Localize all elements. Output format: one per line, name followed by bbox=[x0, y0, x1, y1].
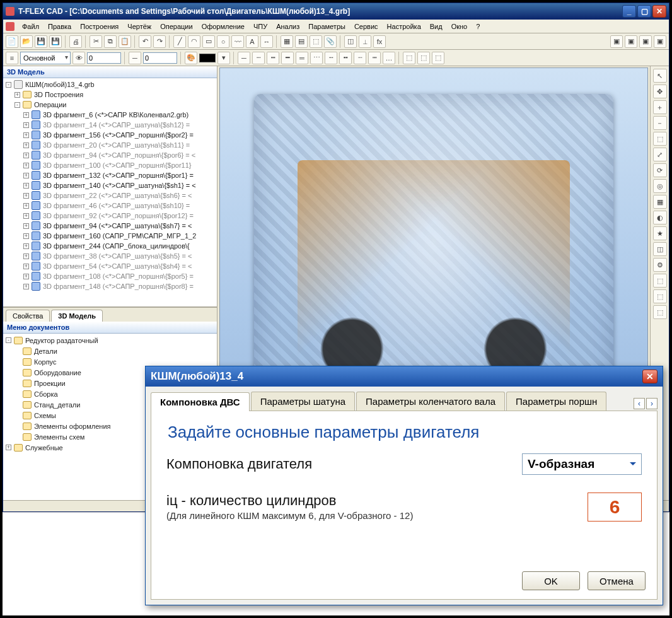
menu-анализ[interactable]: Анализ bbox=[272, 21, 303, 32]
tree-node[interactable]: +3D фрагмент_38 (<*>САПР_шатуна\{$sh5} =… bbox=[6, 251, 214, 261]
menu-чпу[interactable]: ЧПУ bbox=[250, 21, 271, 32]
menu-параметры[interactable]: Параметры bbox=[304, 21, 349, 32]
collapse-icon[interactable]: - bbox=[6, 82, 11, 88]
new-icon[interactable]: 📄 bbox=[6, 35, 18, 48]
text-icon[interactable]: A bbox=[246, 35, 258, 48]
view2-icon[interactable]: ▣ bbox=[625, 35, 637, 48]
zoom-window-icon[interactable]: ⬚ bbox=[653, 132, 667, 146]
expand-icon[interactable]: + bbox=[23, 243, 29, 249]
expand-icon[interactable]: + bbox=[23, 213, 29, 219]
lt9-icon[interactable]: ┈ bbox=[354, 52, 366, 64]
arc-icon[interactable]: ◠ bbox=[188, 35, 200, 48]
menu-оформление[interactable]: Оформление bbox=[198, 21, 248, 32]
save-icon[interactable]: 💾 bbox=[35, 35, 47, 48]
layer-btn-icon[interactable]: ≡ bbox=[6, 52, 18, 64]
tree-node[interactable]: -КШМ(любой)13_4.grb bbox=[6, 79, 214, 90]
expand-icon[interactable]: + bbox=[23, 143, 29, 148]
opt4-icon[interactable]: ⬚ bbox=[653, 305, 667, 319]
ok-button[interactable]: OK bbox=[522, 571, 580, 590]
attach-icon[interactable]: 📎 bbox=[324, 35, 337, 48]
expand-icon[interactable]: + bbox=[23, 284, 29, 289]
spline-icon[interactable]: 〰 bbox=[231, 35, 244, 48]
visibility-icon[interactable]: 👁 bbox=[72, 52, 85, 64]
view3-icon[interactable]: ▣ bbox=[639, 35, 652, 48]
opt2-icon[interactable]: ⬚ bbox=[653, 274, 667, 288]
collapse-icon[interactable]: - bbox=[14, 102, 20, 108]
cylinders-input[interactable]: 6 bbox=[588, 493, 642, 522]
lt4-icon[interactable]: ━ bbox=[281, 52, 294, 64]
close-button[interactable]: ✕ bbox=[652, 5, 666, 18]
circle-icon[interactable]: ○ bbox=[217, 35, 229, 48]
menu-вид[interactable]: Вид bbox=[426, 21, 446, 32]
colorpick-icon[interactable]: 🎨 bbox=[185, 52, 197, 64]
expand-icon[interactable]: + bbox=[23, 193, 29, 199]
cut-icon[interactable]: ✂ bbox=[90, 35, 102, 48]
shading-icon[interactable]: ◐ bbox=[653, 211, 667, 224]
expand-icon[interactable]: + bbox=[23, 183, 29, 189]
dropdown-icon[interactable]: ▾ bbox=[217, 52, 230, 64]
tree-node[interactable]: +3D фрагмент_6 (<*>САПР КВ\Коленвал2.grb… bbox=[6, 110, 214, 120]
layer-icon[interactable]: ▤ bbox=[295, 35, 308, 48]
wireframe-icon[interactable]: ▦ bbox=[653, 195, 667, 209]
rotate-icon[interactable]: ⟳ bbox=[653, 163, 667, 177]
expand-icon[interactable]: + bbox=[14, 92, 20, 98]
expand-icon[interactable]: + bbox=[23, 203, 29, 209]
menu-файл[interactable]: Файл bbox=[18, 21, 43, 32]
expand-icon[interactable]: + bbox=[23, 274, 29, 279]
menu-операции[interactable]: Операции bbox=[156, 21, 196, 32]
expand-icon[interactable]: + bbox=[23, 132, 29, 138]
expand-icon[interactable]: + bbox=[23, 233, 29, 239]
zoom-in-icon[interactable]: ＋ bbox=[653, 100, 667, 114]
tree-node[interactable]: +3D фрагмент_92 (<*>САПР_поршня\{$por12}… bbox=[6, 211, 214, 221]
tree-node[interactable]: Детали bbox=[6, 346, 214, 356]
pan-icon[interactable]: ✥ bbox=[653, 85, 667, 98]
zoom-out-icon[interactable]: － bbox=[653, 116, 667, 130]
lt6-icon[interactable]: ⋯ bbox=[310, 52, 323, 64]
lt3-icon[interactable]: ┅ bbox=[267, 52, 279, 64]
tab-properties[interactable]: Свойства bbox=[6, 310, 50, 322]
redo-icon[interactable]: ↷ bbox=[153, 35, 166, 48]
tree-node[interactable]: +3D фрагмент_244 (САПР_блока_цилиндров\{ bbox=[6, 241, 214, 251]
view1-icon[interactable]: ▣ bbox=[610, 35, 623, 48]
opt3-icon[interactable]: ⬚ bbox=[653, 289, 667, 303]
tab-crankshaft-params[interactable]: Параметры коленчатого вала bbox=[356, 392, 505, 411]
expand-icon[interactable]: + bbox=[23, 173, 29, 178]
undo-icon[interactable]: ↶ bbox=[139, 35, 151, 48]
saveall-icon[interactable]: 💾 bbox=[49, 35, 62, 48]
menu-?[interactable]: ? bbox=[472, 21, 484, 32]
hatch-icon[interactable]: ▦ bbox=[281, 35, 293, 48]
tree-node[interactable]: +3D фрагмент_108 (<*>САПР_поршня\{$por5}… bbox=[6, 271, 214, 281]
expand-icon[interactable]: + bbox=[6, 445, 11, 450]
expand-icon[interactable]: + bbox=[23, 264, 29, 269]
tree-node[interactable]: +3D фрагмент_94 (<*>САПР_шатуна\{$sh7} =… bbox=[6, 221, 214, 231]
orbit-icon[interactable]: ◎ bbox=[653, 179, 667, 193]
tab-3dmodel[interactable]: 3D Модель bbox=[51, 310, 103, 322]
expand-icon[interactable]: + bbox=[23, 122, 29, 128]
dialog-close-button[interactable]: ✕ bbox=[642, 370, 658, 383]
tree-node[interactable]: -Редуктор раздаточный bbox=[6, 335, 214, 346]
rect-icon[interactable]: ▭ bbox=[202, 35, 215, 48]
params-icon[interactable]: fx bbox=[373, 35, 386, 48]
layer-combo[interactable]: Основной bbox=[20, 52, 71, 64]
expand-icon[interactable]: + bbox=[23, 223, 29, 229]
section-icon[interactable]: ◫ bbox=[653, 242, 667, 256]
lt7-icon[interactable]: ╌ bbox=[325, 52, 337, 64]
tab-rod-params[interactable]: Параметры шатуна bbox=[251, 392, 355, 411]
menu-сервис[interactable]: Сервис bbox=[350, 21, 382, 32]
line-icon[interactable]: ╱ bbox=[173, 35, 186, 48]
linetype-icon[interactable]: ─ bbox=[129, 52, 141, 64]
tree-node[interactable]: +3D фрагмент_46 (<*>САПР_шатуна\{$sh10} … bbox=[6, 201, 214, 211]
tree-node[interactable]: +3D фрагмент_94 (<*>САПР_поршня\{$por6} … bbox=[6, 150, 214, 160]
tabs-scroll-right-icon[interactable]: › bbox=[646, 398, 658, 409]
render-icon[interactable]: ★ bbox=[653, 226, 667, 240]
menu-правка[interactable]: Правка bbox=[44, 21, 75, 32]
tree-node[interactable]: +3D фрагмент_54 (<*>САПР_шатуна\{$sh4} =… bbox=[6, 261, 214, 271]
expand-icon[interactable]: + bbox=[23, 153, 29, 158]
expand-icon[interactable]: + bbox=[23, 163, 29, 168]
maximize-button[interactable]: ▢ bbox=[637, 5, 651, 18]
model-tree-panel[interactable]: -КШМ(любой)13_4.grb+3D Построения-Операц… bbox=[3, 78, 217, 307]
extra2-icon[interactable]: ⬚ bbox=[417, 52, 430, 64]
color-swatch[interactable] bbox=[199, 54, 216, 62]
lt2-icon[interactable]: ┄ bbox=[252, 52, 265, 64]
open-icon[interactable]: 📂 bbox=[20, 35, 33, 48]
